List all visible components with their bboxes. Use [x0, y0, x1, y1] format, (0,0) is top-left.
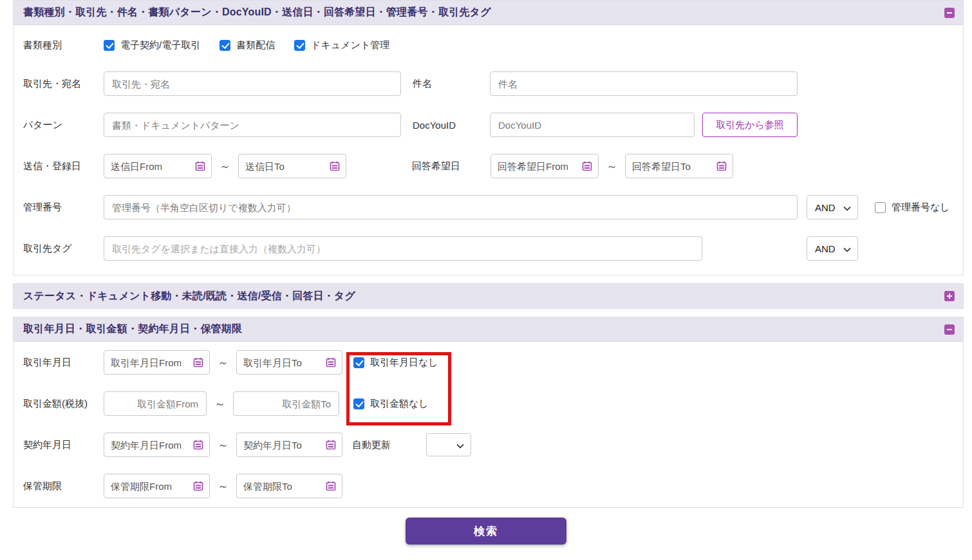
retention-label: 保管期限: [23, 480, 104, 492]
calendar-icon[interactable]: [326, 440, 336, 450]
partner-label: 取引先・宛名: [23, 78, 104, 90]
calendar-icon[interactable]: [326, 481, 336, 491]
reply-date-from-field: [491, 154, 599, 178]
checkbox-mgmt-no-none[interactable]: [875, 202, 886, 213]
chevron-down-icon: [843, 243, 851, 254]
txn-date-to-input[interactable]: [243, 357, 323, 368]
range-separator: ～: [218, 355, 229, 370]
section-transaction-title: 取引年月日・取引金額・契約年月日・保管期限: [23, 322, 242, 336]
search-button[interactable]: 検索: [406, 518, 566, 545]
doc-type-label: 書類種別: [23, 39, 104, 51]
calendar-icon[interactable]: [193, 481, 203, 491]
mgmt-no-none-label: 管理番号なし: [892, 201, 950, 214]
reference-from-partner-button[interactable]: 取引先から参照: [702, 113, 798, 137]
txn-date-label: 取引年月日: [23, 357, 104, 369]
partner-tag-operator-select[interactable]: AND: [807, 236, 858, 261]
row-txn-date: 取引年月日 ～ 取引年月日なし: [14, 350, 963, 375]
txn-date-from-field: [104, 350, 210, 375]
range-separator: ～: [220, 159, 230, 174]
partner-tag-operator-value: AND: [815, 243, 836, 254]
doc-type-option-econtract: 電子契約/電子取引: [104, 39, 200, 51]
calendar-icon[interactable]: [193, 440, 203, 450]
row-contract-date: 契約年月日 ～ 自動更新: [14, 433, 963, 457]
txn-amount-none-label: 取引金額なし: [370, 398, 429, 410]
checkbox-delivery-label: 書類配信: [236, 39, 275, 51]
txn-amount-from-input[interactable]: [104, 391, 207, 416]
docyouid-input[interactable]: [490, 113, 695, 137]
checkbox-txn-amount-none[interactable]: [353, 398, 364, 409]
partner-tag-input[interactable]: [104, 236, 702, 261]
row-partner-subject: 取引先・宛名 件名: [14, 71, 963, 96]
range-separator: ～: [218, 479, 229, 494]
row-send-reply-date: 送信・登録日 ～ 回答希望日 ～: [14, 154, 963, 178]
row-txn-amount: 取引金額(税抜) ～ 取引金額なし: [14, 391, 963, 416]
section-status: ステータス・ドキュメント移動・未読/既読・送信/受信・回答日・タグ: [13, 283, 964, 309]
reply-date-label: 回答希望日: [412, 160, 491, 173]
range-separator: ～: [214, 397, 225, 411]
mgmt-no-operator-select[interactable]: AND: [807, 195, 858, 219]
pattern-input[interactable]: [104, 113, 401, 137]
txn-date-from-input[interactable]: [111, 357, 191, 368]
mgmt-no-label: 管理番号: [23, 201, 104, 214]
txn-date-none-group: 取引年月日なし: [353, 357, 438, 369]
mgmt-no-operator-value: AND: [815, 202, 836, 213]
subject-input[interactable]: [490, 71, 798, 96]
row-doc-type: 書類種別 電子契約/電子取引 書類配信 ドキュメント管理: [14, 35, 963, 55]
txn-amount-to-input[interactable]: [233, 391, 339, 416]
row-mgmt-no: 管理番号 AND 管理番号なし: [14, 195, 963, 219]
section-status-header: ステータス・ドキュメント移動・未読/既読・送信/受信・回答日・タグ: [14, 284, 963, 308]
partner-input[interactable]: [104, 71, 401, 96]
send-date-label: 送信・登録日: [23, 160, 104, 173]
calendar-icon[interactable]: [195, 161, 205, 171]
contract-date-from-field: [104, 433, 210, 457]
checkbox-econtract-label: 電子契約/電子取引: [120, 39, 200, 51]
send-date-from-field: [104, 154, 212, 178]
contract-date-from-input[interactable]: [111, 440, 191, 451]
txn-date-to-field: [236, 350, 342, 375]
checkbox-docmgmt-label: ドキュメント管理: [311, 39, 389, 51]
expand-plus-icon[interactable]: [944, 291, 955, 301]
auto-renew-select[interactable]: [426, 433, 471, 456]
txn-date-none-label: 取引年月日なし: [370, 357, 438, 369]
docyouid-label: DocYouID: [413, 120, 490, 131]
calendar-icon[interactable]: [330, 161, 340, 171]
reply-date-from-input[interactable]: [498, 161, 579, 172]
row-retention: 保管期限 ～: [14, 474, 963, 498]
checkbox-delivery[interactable]: [220, 40, 230, 51]
row-pattern-docyouid: パターン DocYouID 取引先から参照: [14, 113, 963, 137]
send-date-to-input[interactable]: [245, 161, 327, 172]
range-separator: ～: [218, 438, 229, 453]
doc-type-option-delivery: 書類配信: [220, 39, 275, 51]
calendar-icon[interactable]: [716, 161, 727, 171]
calendar-icon[interactable]: [582, 161, 592, 171]
section-status-title: ステータス・ドキュメント移動・未読/既読・送信/受信・回答日・タグ: [23, 290, 355, 303]
mgmt-no-input[interactable]: [104, 195, 798, 219]
send-date-to-field: [238, 154, 346, 178]
calendar-icon[interactable]: [193, 357, 203, 368]
retention-from-input[interactable]: [111, 481, 191, 492]
checkbox-docmgmt[interactable]: [294, 40, 305, 51]
collapse-minus-icon[interactable]: [944, 324, 955, 335]
collapse-minus-icon[interactable]: [944, 8, 955, 18]
reply-date-to-field: [625, 154, 733, 178]
checkbox-econtract[interactable]: [104, 40, 115, 51]
txn-amount-none-group: 取引金額なし: [353, 398, 429, 410]
contract-date-to-input[interactable]: [243, 440, 323, 451]
section-transaction-header: 取引年月日・取引金額・契約年月日・保管期限: [14, 317, 963, 342]
row-partner-tag: 取引先タグ AND: [14, 236, 963, 261]
retention-to-input[interactable]: [243, 481, 323, 492]
contract-date-to-field: [236, 433, 342, 457]
checkbox-txn-date-none[interactable]: [353, 357, 364, 368]
section-transaction: 取引年月日・取引金額・契約年月日・保管期限 取引年月日 ～ 取引年月日なし 取引…: [13, 317, 964, 508]
section-documents: 書類種別・取引先・件名・書類パターン・DocYouID・送信日・回答希望日・管理…: [13, 0, 964, 275]
reply-date-to-input[interactable]: [632, 161, 714, 172]
retention-to-field: [236, 474, 342, 498]
send-date-from-input[interactable]: [111, 161, 192, 172]
range-separator: ～: [606, 159, 617, 174]
mgmt-no-none-group: 管理番号なし: [875, 201, 950, 214]
chevron-down-icon: [843, 202, 851, 213]
section-documents-header: 書類種別・取引先・件名・書類パターン・DocYouID・送信日・回答希望日・管理…: [14, 1, 963, 25]
chevron-down-icon: [456, 440, 464, 451]
section-documents-title: 書類種別・取引先・件名・書類パターン・DocYouID・送信日・回答希望日・管理…: [23, 6, 491, 19]
calendar-icon[interactable]: [326, 357, 336, 368]
